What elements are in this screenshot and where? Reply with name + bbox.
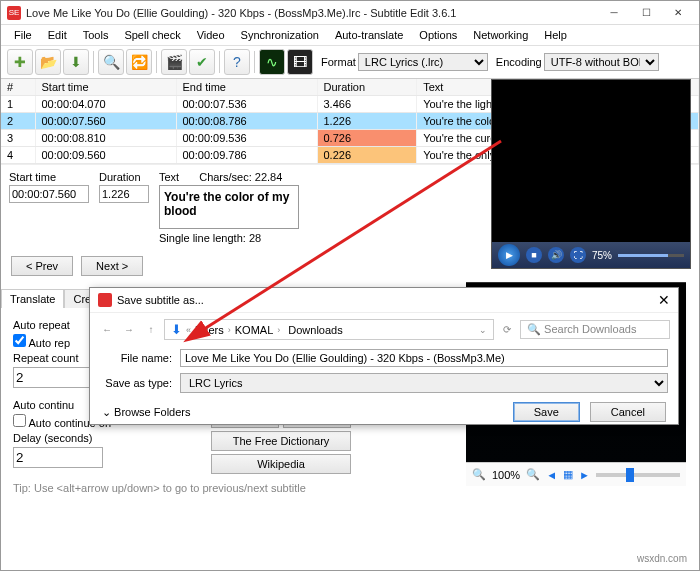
menu-sync[interactable]: Synchronization — [234, 27, 326, 43]
auto-repeat-label: Auto rep — [28, 337, 70, 349]
auto-repeat-checkbox[interactable] — [13, 334, 26, 347]
zoom-out-icon[interactable]: 🔍 — [472, 468, 486, 481]
browse-folders[interactable]: ⌄ Browse Folders — [102, 406, 190, 419]
menu-options[interactable]: Options — [412, 27, 464, 43]
crumb-downloads[interactable]: Downloads — [288, 324, 342, 336]
free-dictionary-button[interactable]: The Free Dictionary — [211, 431, 351, 451]
crumb-komal[interactable]: KOMAL — [235, 324, 274, 336]
find-icon[interactable]: 🔍 — [98, 49, 124, 75]
dialog-title: Save subtitle as... — [117, 294, 204, 306]
text-label: Text — [159, 171, 179, 183]
waveform-icon[interactable]: ∿ — [259, 49, 285, 75]
subtitle-text-input[interactable]: You're the color of my blood — [159, 185, 299, 229]
menu-spellcheck[interactable]: Spell check — [117, 27, 187, 43]
volume-icon[interactable]: 🔊 — [548, 247, 564, 263]
download-icon: ⬇ — [171, 322, 182, 337]
filename-label: File name: — [100, 352, 180, 364]
spectrogram-icon[interactable]: 🎞 — [287, 49, 313, 75]
encoding-label: Encoding — [496, 56, 542, 68]
fix-icon[interactable]: 🎬 — [161, 49, 187, 75]
refresh-icon[interactable]: ⟳ — [498, 321, 516, 339]
grid-icon[interactable]: ▦ — [563, 468, 573, 481]
tip-text: Tip: Use <alt+arrow up/down> to go to pr… — [13, 482, 454, 494]
format-combo[interactable]: LRC Lyrics (.lrc) — [358, 53, 488, 71]
slider-thumb[interactable] — [626, 468, 634, 482]
app-icon: SE — [7, 6, 21, 20]
filename-input[interactable] — [180, 349, 668, 367]
menu-file[interactable]: File — [7, 27, 39, 43]
zoom-in-icon[interactable]: 🔍 — [526, 468, 540, 481]
main-window: SE Love Me Like You Do (Ellie Goulding) … — [0, 0, 700, 571]
col-num[interactable]: # — [1, 79, 35, 96]
breadcrumb[interactable]: ⬇ « Users› KOMAL› Downloads ⌄ — [164, 319, 494, 340]
crumb-users[interactable]: Users — [195, 324, 224, 336]
player-controls: ▶ ■ 🔊 ⛶ 75% — [492, 242, 690, 268]
minimize-button[interactable]: ─ — [599, 4, 629, 22]
duration-input[interactable] — [99, 185, 149, 203]
save-type-combo[interactable]: LRC Lyrics — [180, 373, 668, 393]
zoom-level: 100% — [492, 469, 520, 481]
col-dur[interactable]: Duration — [317, 79, 417, 96]
titlebar: SE Love Me Like You Do (Ellie Goulding) … — [1, 1, 699, 25]
delay-input[interactable] — [13, 447, 103, 468]
menu-edit[interactable]: Edit — [41, 27, 74, 43]
save-icon[interactable]: ⬇ — [63, 49, 89, 75]
delay-label: Delay (seconds) — [13, 432, 111, 444]
format-label: Format — [321, 56, 356, 68]
nav-up-icon[interactable]: ↑ — [142, 321, 160, 339]
search-input[interactable]: 🔍 Search Downloads — [520, 320, 670, 339]
watermark: wsxdn.com — [637, 553, 687, 564]
maximize-button[interactable]: ☐ — [631, 4, 661, 22]
fullscreen-icon[interactable]: ⛶ — [570, 247, 586, 263]
spellcheck-icon[interactable]: ✔ — [189, 49, 215, 75]
close-button[interactable]: ✕ — [663, 4, 693, 22]
open-file-icon[interactable]: 📂 — [35, 49, 61, 75]
tab-translate[interactable]: Translate — [1, 289, 64, 308]
menu-networking[interactable]: Networking — [466, 27, 535, 43]
start-time-input[interactable] — [9, 185, 89, 203]
col-end[interactable]: End time — [176, 79, 317, 96]
nav-back-icon[interactable]: ← — [98, 321, 116, 339]
toolbar: ✚ 📂 ⬇ 🔍 🔁 🎬 ✔ ? ∿ 🎞 Format LRC Lyrics (.… — [1, 46, 699, 79]
col-start[interactable]: Start time — [35, 79, 176, 96]
menu-autotranslate[interactable]: Auto-translate — [328, 27, 410, 43]
prev-button[interactable]: < Prev — [11, 256, 73, 276]
window-title: Love Me Like You Do (Ellie Goulding) - 3… — [26, 7, 456, 19]
start-time-label: Start time — [9, 171, 89, 183]
stop-icon[interactable]: ■ — [526, 247, 542, 263]
menu-video[interactable]: Video — [190, 27, 232, 43]
next-button[interactable]: Next > — [81, 256, 143, 276]
duration-label: Duration — [99, 171, 149, 183]
dialog-app-icon — [98, 293, 112, 307]
menu-tools[interactable]: Tools — [76, 27, 116, 43]
menu-help[interactable]: Help — [537, 27, 574, 43]
chars-per-sec: Chars/sec: 22.84 — [199, 171, 282, 185]
help-icon[interactable]: ? — [224, 49, 250, 75]
play-icon[interactable]: ▶ — [498, 244, 520, 266]
wikipedia-button[interactable]: Wikipedia — [211, 454, 351, 474]
new-file-icon[interactable]: ✚ — [7, 49, 33, 75]
encoding-combo[interactable]: UTF-8 without BOM — [544, 53, 659, 71]
zoom-slider[interactable] — [596, 473, 680, 477]
replace-icon[interactable]: 🔁 — [126, 49, 152, 75]
progress-text: 75% — [592, 250, 612, 261]
video-preview[interactable] — [492, 80, 690, 242]
auto-continue-checkbox[interactable] — [13, 414, 26, 427]
save-button[interactable]: Save — [513, 402, 580, 422]
dialog-close-icon[interactable]: ✕ — [658, 292, 670, 308]
menubar: File Edit Tools Spell check Video Synchr… — [1, 25, 699, 46]
cancel-button[interactable]: Cancel — [590, 402, 666, 422]
save-dialog: Save subtitle as... ✕ ← → ↑ ⬇ « Users› K… — [89, 287, 679, 425]
seek-start-icon[interactable]: ◄ — [546, 469, 557, 481]
nav-fwd-icon[interactable]: → — [120, 321, 138, 339]
save-type-label: Save as type: — [100, 377, 180, 389]
seek-end-icon[interactable]: ► — [579, 469, 590, 481]
